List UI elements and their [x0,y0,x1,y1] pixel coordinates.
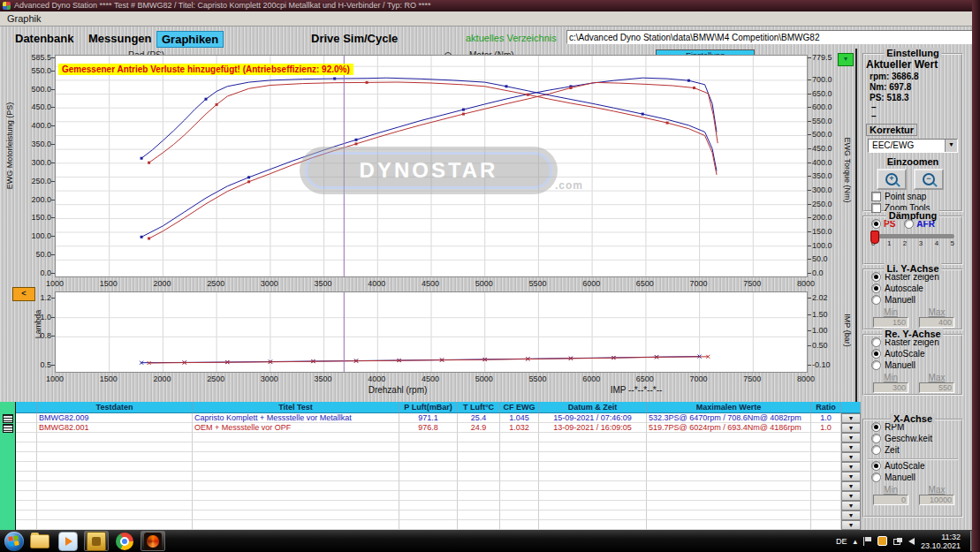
clock[interactable]: 11:32 23.10.2021 [921,533,961,550]
tab-messungen[interactable]: Messungen [84,31,156,46]
table-row-empty[interactable]: ▼ [16,433,861,442]
tray-app-icon[interactable] [877,536,887,546]
table-row-empty[interactable]: ▼ [16,510,861,520]
zoom-out-button[interactable]: − [914,169,944,190]
chevron-down-icon[interactable]: ▼ [945,140,957,152]
max-field[interactable]: 550 [919,382,954,393]
table-cell[interactable]: 976.8 [399,423,458,433]
network-icon[interactable] [893,538,902,545]
table-cell[interactable]: 1.0 [811,413,841,423]
language-indicator[interactable]: DE [836,537,847,546]
tab-drive-sim-cycle[interactable]: Drive Sim/Cycle [307,31,402,46]
max-field[interactable]: 400 [919,317,954,328]
table-cell[interactable]: 532.3PS@ 6470rpm / 708.6Nm@ 4082rpm [647,413,811,423]
row-dropdown-button[interactable]: ▼ [841,442,861,452]
x-axis-option-zeit[interactable]: Zeit [871,445,961,455]
row-dropdown-button[interactable]: ▼ [841,462,861,472]
row-marker-icon[interactable] [3,414,13,423]
table-cell[interactable]: 13-09-2021 / 16:09:05 [539,423,647,433]
radio-icon[interactable] [871,445,881,455]
table-cell[interactable]: 519.7PS@ 6024rpm / 693.4Nm@ 4186rpm [647,423,811,433]
table-row-empty[interactable]: ▼ [16,501,861,510]
system-tray[interactable]: DE ▴ 11:32 23.10.2021 [836,531,980,551]
radio-icon[interactable] [871,337,881,347]
x-axis-option-geschw-keit[interactable]: Geschw.keit [871,434,961,443]
table-row-empty[interactable]: ▼ [16,442,861,452]
table-row-empty[interactable]: ▼ [16,491,861,501]
tab-datenbank[interactable]: Datenbank [11,31,78,46]
row-dropdown-button[interactable]: ▼ [841,501,861,510]
x-scale-option-autoscale[interactable]: AutoScale [871,461,961,471]
radio-icon[interactable] [871,284,881,293]
x-scale-option-manuell[interactable]: Manuell [871,473,961,482]
table-row-empty[interactable]: ▼ [16,462,861,472]
table-cell[interactable] [16,413,37,423]
table-row[interactable]: BMWG82.001OEM + Messstelle vor OPF976.82… [16,423,861,433]
table-cell[interactable]: 1.0 [811,423,841,433]
menu-bar[interactable]: Graphik [0,11,980,26]
radio-icon[interactable] [871,434,881,443]
row-marker-icon[interactable] [3,424,13,433]
row-dropdown-button[interactable]: ▼ [841,472,861,481]
start-button[interactable] [4,532,24,551]
radio-icon[interactable] [871,461,881,471]
slider-thumb[interactable] [870,231,879,244]
min-field[interactable]: 300 [873,382,908,393]
row-dropdown-button[interactable]: ▼ [841,520,861,530]
table-row-empty[interactable]: ▼ [16,452,861,462]
table-cell[interactable]: 1.032 [500,423,539,433]
table-cell[interactable]: BMWG82.009 [37,413,193,423]
table-cell[interactable]: 25.4 [458,413,500,423]
test-data-table[interactable]: TestdatenTitel TestP Luft(mBar)T Luft°CC… [16,402,861,530]
lambda-imp-chart[interactable] [55,291,808,373]
table-cell[interactable]: 24.9 [458,423,500,433]
action-center-flag-icon[interactable] [863,537,871,546]
menu-graphik[interactable]: Graphik [7,13,42,24]
radio-icon[interactable] [871,295,881,305]
row-dropdown-button[interactable]: ▼ [841,491,861,501]
left-y-option-autoscale[interactable]: Autoscale [871,284,961,293]
row-dropdown-button[interactable]: ▼ [841,481,861,491]
radio-icon[interactable] [871,219,881,229]
right-y-option-manuell[interactable]: Manuell [871,360,961,370]
table-row-empty[interactable]: ▼ [16,472,861,481]
row-dropdown-button[interactable]: ▼ [841,510,861,520]
table-cell[interactable]: 15-09-2021 / 07:46:09 [539,413,647,423]
left-y-option-manuell[interactable]: Manuell [871,295,961,305]
radio-icon[interactable] [871,473,881,482]
table-cell[interactable]: BMWG82.001 [37,423,193,433]
taskbar-explorer-button[interactable] [27,531,52,551]
damping-slider[interactable] [871,234,954,238]
radio-icon[interactable] [871,349,881,359]
table-row-empty[interactable]: ▼ [16,481,861,491]
checkbox-icon[interactable] [871,192,881,201]
table-cell[interactable]: 971.1 [399,413,458,423]
collapse-chart-button[interactable]: < [12,287,35,301]
table-row[interactable]: BMWG82.009Capristo Komplett + Messstelle… [16,413,861,423]
radio-icon[interactable] [871,422,881,432]
table-cell[interactable] [16,423,37,433]
table-row-empty[interactable]: ▼ [16,520,861,530]
checkbox-icon[interactable] [871,203,881,213]
max-field[interactable]: 10000 [919,495,954,505]
checkbox-point-snap[interactable]: Point snap [871,192,961,201]
right-y-option-autoscale[interactable]: AutoScale [871,349,961,359]
row-dropdown-button[interactable]: ▼ [841,413,861,423]
taskbar-dyno-station-button[interactable] [141,531,165,551]
table-cell[interactable]: 1.045 [500,413,539,423]
min-field[interactable]: 150 [873,317,908,328]
radio-icon[interactable] [904,219,914,229]
speaker-icon[interactable] [908,538,915,545]
row-dropdown-button[interactable]: ▼ [841,423,861,433]
row-dropdown-button[interactable]: ▼ [841,433,861,442]
korrektur-dropdown[interactable]: EEC/EWG▼ [868,139,958,153]
radio-icon[interactable] [871,272,881,282]
current-directory-input[interactable] [566,30,973,44]
tab-graphiken[interactable]: Graphiken [156,31,224,48]
taskbar[interactable]: DE ▴ 11:32 23.10.2021 [0,530,980,552]
taskbar-chrome-button[interactable] [112,531,137,551]
taskbar-dyno-utility-button[interactable] [84,531,109,551]
taskbar-media-player-button[interactable] [56,531,80,551]
radio-icon[interactable] [871,360,881,370]
table-cell[interactable]: OEM + Messstelle vor OPF [193,423,399,433]
